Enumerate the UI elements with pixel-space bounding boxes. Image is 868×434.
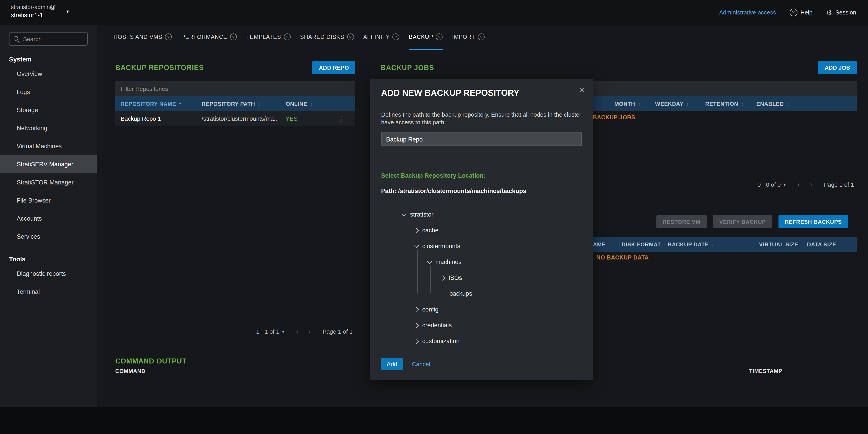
close-icon[interactable]: × — [579, 85, 585, 95]
info-icon[interactable]: ? — [284, 33, 290, 40]
column-data-size[interactable]: DATA SIZE ↕ — [807, 237, 842, 252]
verify-backup-button[interactable]: VERIFY BACKUP — [713, 215, 772, 228]
tab-label: SHARED DISKS — [300, 34, 344, 40]
caret-down-icon[interactable]: ▾ — [783, 182, 786, 187]
sidebar-item-networking[interactable]: Networking — [0, 119, 97, 137]
column-virtual-size[interactable]: VIRTUAL SIZE ↕ — [759, 237, 804, 252]
sort-icon: ↕ — [786, 101, 789, 106]
previous-page-icon[interactable]: ‹ — [798, 180, 800, 188]
sidebar-item-file-browser[interactable]: File Browser — [0, 191, 97, 209]
sidebar-item-accounts[interactable]: Accounts — [0, 209, 97, 227]
sidebar-item-diagnostic-reports[interactable]: Diagnostic reports — [0, 265, 97, 283]
tree-item-clustermounts[interactable]: clustermounts — [414, 238, 460, 254]
chevron-down-icon[interactable] — [427, 259, 432, 264]
repo-filter-input[interactable] — [115, 81, 355, 96]
session-menu[interactable]: ⚙ Session — [826, 8, 856, 17]
sidebar-item-storage[interactable]: Storage — [0, 101, 97, 119]
sidebar-search — [9, 32, 88, 46]
help-icon: ? — [789, 8, 797, 16]
help-menu[interactable]: ? Help — [789, 8, 813, 16]
column-repository-path[interactable]: REPOSITORY PATH ↕ — [202, 96, 260, 111]
hostname: stratistor1-1 — [11, 12, 56, 19]
tab-import[interactable]: IMPORT ? — [452, 25, 485, 50]
sidebar-item-virtual-machines[interactable]: Virtual Machines — [0, 137, 97, 155]
next-page-icon[interactable]: › — [308, 327, 311, 336]
chevron-right-icon[interactable] — [440, 275, 445, 281]
search-input[interactable] — [9, 32, 88, 46]
gear-icon: ⚙ — [826, 8, 832, 17]
tab-label: BACKUP — [409, 34, 433, 40]
column-repository-name[interactable]: REPOSITORY NAME ↑ — [121, 96, 182, 111]
sidebar-item-stratiserv-manager[interactable]: StratiSERV Manager — [0, 155, 97, 173]
chevron-right-icon[interactable] — [414, 307, 419, 312]
panel-title: COMMAND OUTPUT — [115, 357, 186, 365]
info-icon[interactable]: ? — [230, 33, 237, 40]
column-disk-format[interactable]: DISK FORMAT ↕ — [622, 237, 666, 252]
refresh-backups-button[interactable]: REFRESH BACKUPS — [778, 215, 848, 228]
repo-table-row[interactable]: Backup Repo 1 /stratistor/clustermounts/… — [115, 111, 355, 126]
column-retention[interactable]: RETENTION ↕ — [705, 96, 744, 111]
column-weekday[interactable]: WEEKDAY ↕ — [655, 96, 689, 111]
add-job-button[interactable]: ADD JOB — [818, 61, 857, 74]
tab-performance[interactable]: PERFORMANCE ? — [181, 25, 237, 50]
caret-down-icon[interactable]: ▾ — [282, 329, 284, 334]
column-backup-date[interactable]: BACKUP DATE ↕ — [668, 237, 714, 252]
sidebar-item-terminal[interactable]: Terminal — [0, 283, 97, 301]
add-repo-button[interactable]: ADD REPO — [313, 61, 355, 74]
chevron-down-icon[interactable] — [402, 211, 407, 217]
backups-empty-state: NO BACKUP DATA — [596, 254, 649, 261]
tree-item-customization[interactable]: customization — [414, 333, 460, 349]
chevron-right-icon[interactable] — [414, 323, 419, 328]
sidebar-item-logs[interactable]: Logs — [0, 83, 97, 101]
tree-item-label: ISOs — [448, 274, 462, 281]
sidebar-nav-system: Overview Logs Storage Networking Virtual… — [0, 65, 97, 246]
kebab-menu-icon[interactable]: ⋮ — [338, 111, 344, 126]
administrative-access-link[interactable]: Administrative access — [719, 9, 776, 16]
column-online[interactable]: ONLINE ↕ — [286, 96, 313, 111]
topbar-right: Administrative access ? Help ⚙ Session — [719, 0, 856, 25]
tree-guide-line — [405, 218, 405, 341]
sort-icon: ↕ — [686, 101, 689, 106]
info-icon[interactable]: ? — [393, 33, 399, 40]
sidebar-item-services[interactable]: Services — [0, 227, 97, 246]
tree-item-cache[interactable]: cache — [414, 222, 438, 238]
column-month[interactable]: MONTH ↕ — [614, 96, 641, 111]
info-icon[interactable]: ? — [165, 33, 172, 40]
info-glyph: ? — [395, 35, 397, 39]
tab-shared-disks[interactable]: SHARED DISKS ? — [300, 25, 354, 50]
info-icon[interactable]: ? — [436, 33, 442, 40]
backups-toolbar: RESTORE VM VERIFY BACKUP REFRESH BACKUPS — [656, 215, 848, 228]
sidebar-item-overview[interactable]: Overview — [0, 65, 97, 83]
info-icon[interactable]: ? — [478, 33, 485, 40]
info-icon[interactable]: ? — [347, 33, 354, 40]
previous-page-icon[interactable]: ‹ — [296, 327, 299, 336]
tab-affinity[interactable]: AFFINITY ? — [363, 25, 399, 50]
tree-item-stratistor[interactable]: stratistor — [402, 207, 434, 222]
tab-templates[interactable]: TEMPLATES ? — [246, 25, 290, 50]
tree-item-credentials[interactable]: credentials — [414, 317, 452, 333]
tab-backup[interactable]: BACKUP ? — [409, 25, 443, 50]
tree-item-label: backups — [450, 290, 472, 297]
sort-ascending-icon: ↑ — [179, 101, 182, 107]
sort-icon: ↕ — [664, 242, 666, 247]
add-button[interactable]: Add — [381, 358, 403, 370]
repository-name-input[interactable] — [381, 132, 582, 146]
user-menu[interactable]: stratistor-admin@ stratistor1-1 ▾ — [11, 4, 69, 19]
chevron-down-icon[interactable] — [414, 243, 419, 248]
tree-item-backups[interactable]: backups — [450, 286, 472, 302]
directory-tree: stratistor cache clustermounts machines … — [381, 207, 582, 349]
repo-path-cell: /stratistor/clustermounts/ma... — [202, 111, 279, 126]
tree-item-machines[interactable]: machines — [428, 254, 462, 270]
tab-hosts-and-vms[interactable]: HOSTS AND VMS ? — [114, 25, 172, 50]
tree-item-isos[interactable]: ISOs — [441, 270, 462, 286]
chevron-right-icon[interactable] — [414, 228, 419, 233]
next-page-icon[interactable]: › — [810, 180, 812, 188]
pagination-range: 0 - 0 of 0 — [757, 181, 781, 188]
cancel-button[interactable]: Cancel — [412, 361, 430, 367]
sidebar-item-stratistor-manager[interactable]: StratiSTOR Manager — [0, 173, 97, 191]
column-enabled[interactable]: ENABLED ↕ — [756, 96, 789, 111]
tree-item-config[interactable]: config — [414, 302, 438, 317]
chevron-right-icon[interactable] — [414, 339, 419, 344]
info-glyph: ? — [232, 35, 235, 39]
restore-vm-button[interactable]: RESTORE VM — [656, 215, 707, 228]
